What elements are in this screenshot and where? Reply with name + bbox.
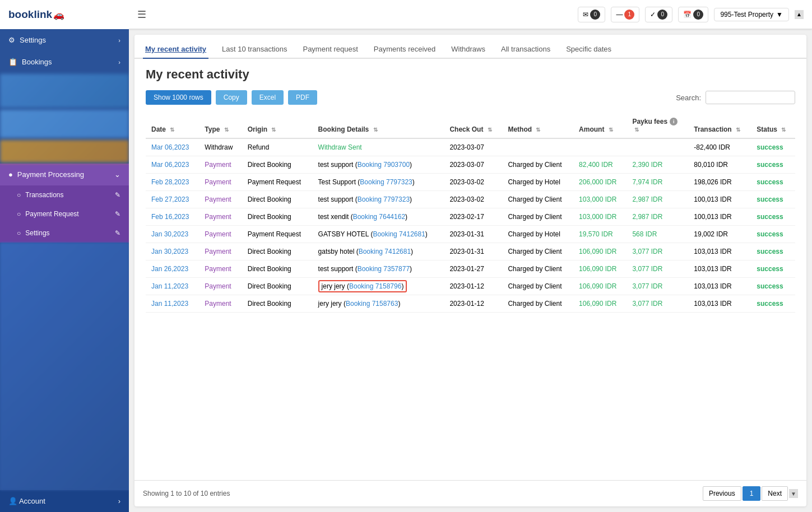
payment-request-label: Payment Request: [25, 210, 78, 218]
sort-icon-checkout[interactable]: ⇅: [488, 127, 492, 133]
cell-method: Charged by Client: [502, 295, 573, 313]
cell-payku-fees: 3,077 IDR: [627, 278, 688, 295]
tab-payment-request[interactable]: Payment request: [300, 40, 360, 59]
booking-link[interactable]: Booking 7903700: [358, 161, 410, 169]
booking-link[interactable]: Booking 7412681: [359, 248, 411, 255]
sort-icon-origin[interactable]: ⇅: [271, 127, 276, 133]
edit-icon-3: ✎: [115, 229, 120, 237]
cell-status: success: [751, 260, 795, 278]
cell-date: Mar 06,2023: [146, 156, 199, 174]
col-status: Status ⇅: [751, 113, 795, 138]
cell-status: success: [751, 138, 795, 156]
dropdown-arrow-icon: ▼: [776, 11, 783, 18]
calendar-button[interactable]: 📅 0: [678, 7, 708, 22]
tab-my-recent-activity[interactable]: My recent activity: [143, 40, 208, 59]
cell-transaction: 100,013 IDR: [688, 191, 751, 208]
cell-checkout: 2023-03-02: [444, 191, 502, 208]
sidebar-item-transactions[interactable]: ○ Transactions ✎: [0, 185, 129, 204]
table-row: Feb 28,2023PaymentPayment RequestTest Su…: [146, 174, 795, 191]
excel-button[interactable]: Excel: [252, 90, 284, 105]
sort-icon-status[interactable]: ⇅: [781, 127, 786, 133]
property-selector[interactable]: 995-Test Property ▼: [714, 8, 789, 21]
tab-all-transactions[interactable]: All transactions: [499, 40, 553, 59]
check-badge: 0: [657, 10, 667, 20]
sidebar-item-label-bookings: Bookings: [22, 58, 52, 66]
logo: booklink 🚗: [0, 0, 129, 29]
page-title: My recent activity: [146, 67, 795, 82]
showing-entries: Showing 1 to 10 of 10 entries: [143, 490, 230, 497]
cell-type: Payment: [199, 295, 242, 313]
booking-link[interactable]: Booking 7357877: [358, 265, 410, 273]
sidebar-item-pp-settings[interactable]: ○ Settings ✎: [0, 224, 129, 243]
page-1-button[interactable]: 1: [743, 486, 761, 501]
sort-icon-transaction[interactable]: ⇅: [736, 127, 740, 133]
booking-link[interactable]: Booking 7158796: [349, 282, 401, 290]
sort-icon-date[interactable]: ⇅: [170, 127, 174, 133]
col-date: Date ⇅: [146, 113, 199, 138]
sidebar-item-payment-request[interactable]: ○ Payment Request ✎: [0, 204, 129, 224]
cell-amount: 103,000 IDR: [573, 191, 627, 208]
page-content: My recent activity Show 1000 rows Copy E…: [134, 59, 806, 480]
cell-amount: 19,570 IDR: [573, 226, 627, 243]
scroll-down-button[interactable]: ▼: [789, 489, 798, 498]
show-1000-button[interactable]: Show 1000 rows: [146, 90, 211, 105]
chevron-right-icon-bookings: ›: [118, 59, 120, 66]
scroll-up-button[interactable]: ▲: [795, 10, 804, 19]
cell-checkout: 2023-03-07: [444, 138, 502, 156]
pdf-button[interactable]: PDF: [288, 90, 317, 105]
cell-payku-fees: 3,077 IDR: [627, 260, 688, 278]
payment-processing-header[interactable]: ● Payment Processing ⌄: [0, 164, 129, 185]
table-row: Feb 27,2023PaymentDirect Bookingtest sup…: [146, 191, 795, 208]
header: ☰ ✉ 0 — 1 ✓ 0 📅 0 995-Test Property ▼: [129, 0, 812, 29]
search-input[interactable]: [706, 91, 795, 104]
booking-link[interactable]: Booking 7158763: [346, 300, 398, 308]
sidebar-item-account[interactable]: 👤 Account ›: [0, 490, 129, 512]
cell-booking-details: jery jery (Booking 7158763): [313, 295, 444, 313]
property-name: 995-Test Property: [720, 11, 773, 18]
mail-button[interactable]: ✉ 0: [578, 7, 605, 22]
cell-origin: Payment Request: [242, 174, 313, 191]
tab-last-10-transactions[interactable]: Last 10 transactions: [220, 40, 289, 59]
sidebar-item-bookings[interactable]: 📋 Bookings ›: [0, 51, 129, 73]
previous-button[interactable]: Previous: [703, 486, 741, 501]
sort-icon-amount[interactable]: ⇅: [609, 127, 613, 133]
payku-info-icon[interactable]: i: [670, 118, 678, 125]
tab-withdraws[interactable]: Withdraws: [449, 40, 488, 59]
cell-date: Jan 26,2023: [146, 260, 199, 278]
sort-icon-payku[interactable]: ⇅: [634, 127, 639, 133]
cell-payku-fees: 3,077 IDR: [627, 243, 688, 260]
cell-origin: Refund: [242, 138, 313, 156]
booking-link[interactable]: Booking 7797323: [358, 196, 410, 203]
col-transaction: Transaction ⇅: [688, 113, 751, 138]
tab-specific-dates[interactable]: Specific dates: [564, 40, 614, 59]
sort-icon-type[interactable]: ⇅: [224, 127, 229, 133]
cell-booking-details: Withdraw Sent: [313, 138, 444, 156]
table-row: Jan 26,2023PaymentDirect Bookingtest sup…: [146, 260, 795, 278]
booking-link[interactable]: Booking 7797323: [360, 178, 412, 186]
cell-booking-details: gatsby hotel (Booking 7412681): [313, 243, 444, 260]
sort-icon-method[interactable]: ⇅: [536, 127, 540, 133]
cell-date: Feb 28,2023: [146, 174, 199, 191]
hamburger-menu[interactable]: ☰: [137, 8, 146, 21]
booking-link[interactable]: Booking 7644162: [353, 213, 405, 221]
check-button[interactable]: ✓ 0: [645, 7, 672, 22]
calendar-icon: 📅: [683, 11, 692, 18]
table-row: Jan 11,2023PaymentDirect Bookingjery jer…: [146, 295, 795, 313]
sort-icon-booking[interactable]: ⇅: [373, 127, 378, 133]
copy-button[interactable]: Copy: [216, 90, 247, 105]
cell-status: success: [751, 243, 795, 260]
tab-payments-received[interactable]: Payments received: [372, 40, 438, 59]
next-button[interactable]: Next: [762, 486, 788, 501]
cell-date: Feb 27,2023: [146, 191, 199, 208]
table-row: Feb 16,2023PaymentDirect Bookingtest xen…: [146, 208, 795, 226]
alert-button[interactable]: — 1: [611, 7, 639, 22]
cell-status: success: [751, 295, 795, 313]
sidebar-item-settings[interactable]: ⚙ Settings ›: [0, 29, 129, 51]
cell-status: success: [751, 174, 795, 191]
sidebar-blurred-bottom: [0, 243, 129, 490]
bookings-icon: 📋: [8, 58, 17, 66]
minus-icon: —: [616, 11, 623, 18]
booking-link[interactable]: Booking 7412681: [373, 230, 425, 238]
check-icon: ✓: [650, 11, 656, 18]
cell-payku-fees: 568 IDR: [627, 226, 688, 243]
